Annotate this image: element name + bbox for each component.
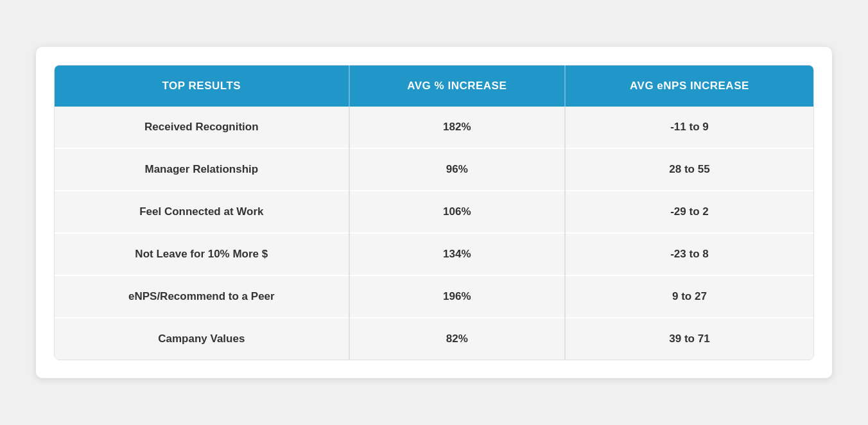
cell-top-result: Campany Values	[55, 318, 349, 360]
cell-avg-pct: 134%	[349, 233, 565, 275]
cell-top-result: Manager Relationship	[55, 148, 349, 191]
main-card: TOP RESULTS AVG % INCREASE AVG eNPS INCR…	[36, 47, 832, 378]
cell-avg-pct: 182%	[349, 107, 565, 148]
header-top-results: TOP RESULTS	[55, 65, 349, 107]
cell-avg-pct: 82%	[349, 318, 565, 360]
table-row: Feel Connected at Work106%-29 to 2	[55, 191, 813, 233]
table-row: Manager Relationship96%28 to 55	[55, 148, 813, 191]
cell-avg-enps: -23 to 8	[565, 233, 813, 275]
header-avg-pct-increase: AVG % INCREASE	[349, 65, 565, 107]
cell-avg-enps: 28 to 55	[565, 148, 813, 191]
cell-avg-enps: -11 to 9	[565, 107, 813, 148]
table-body: Received Recognition182%-11 to 9Manager …	[55, 107, 813, 360]
table-row: Received Recognition182%-11 to 9	[55, 107, 813, 148]
cell-top-result: Not Leave for 10% More $	[55, 233, 349, 275]
table-row: eNPS/Recommend to a Peer196%9 to 27	[55, 275, 813, 318]
table-row: Not Leave for 10% More $134%-23 to 8	[55, 233, 813, 275]
cell-top-result: eNPS/Recommend to a Peer	[55, 275, 349, 318]
table-wrapper: TOP RESULTS AVG % INCREASE AVG eNPS INCR…	[54, 65, 814, 360]
cell-avg-pct: 96%	[349, 148, 565, 191]
cell-avg-pct: 106%	[349, 191, 565, 233]
table-row: Campany Values82%39 to 71	[55, 318, 813, 360]
results-table: TOP RESULTS AVG % INCREASE AVG eNPS INCR…	[55, 65, 813, 360]
cell-avg-enps: 39 to 71	[565, 318, 813, 360]
cell-top-result: Received Recognition	[55, 107, 349, 148]
cell-avg-enps: 9 to 27	[565, 275, 813, 318]
cell-avg-pct: 196%	[349, 275, 565, 318]
cell-top-result: Feel Connected at Work	[55, 191, 349, 233]
cell-avg-enps: -29 to 2	[565, 191, 813, 233]
header-avg-enps-increase: AVG eNPS INCREASE	[565, 65, 813, 107]
table-header-row: TOP RESULTS AVG % INCREASE AVG eNPS INCR…	[55, 65, 813, 107]
